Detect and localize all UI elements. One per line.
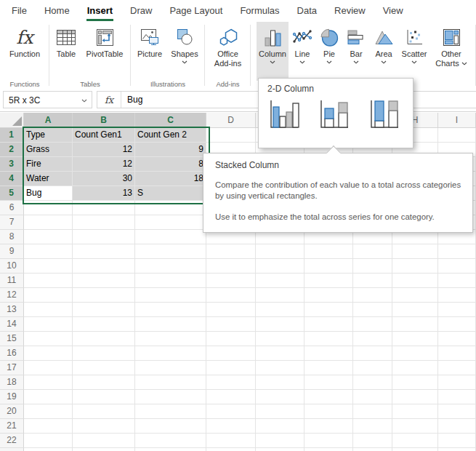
cell-H9[interactable] [392, 244, 438, 259]
tab-home[interactable]: Home [36, 0, 78, 22]
cell-A10[interactable] [24, 259, 73, 274]
cell-C4[interactable]: 18 [135, 172, 206, 186]
cell-A9[interactable] [24, 244, 73, 259]
cell-E15[interactable] [256, 332, 304, 346]
bar-chart-button[interactable]: Bar [342, 22, 370, 78]
cell-G16[interactable] [353, 346, 392, 361]
row-header-23[interactable]: 23 [0, 448, 24, 451]
cell-I14[interactable] [438, 317, 476, 332]
cell-B17[interactable] [73, 361, 135, 375]
cell-I18[interactable] [438, 375, 476, 390]
cell-I15[interactable] [438, 332, 476, 346]
cell-F22[interactable] [304, 434, 353, 448]
cell-H14[interactable] [392, 317, 438, 332]
100-percent-stacked-column-item[interactable] [366, 97, 400, 132]
row-header-14[interactable]: 14 [0, 317, 24, 332]
cell-E21[interactable] [256, 419, 304, 434]
cell-F15[interactable] [304, 332, 353, 346]
cell-D1[interactable] [206, 128, 256, 143]
cell-H15[interactable] [392, 332, 438, 346]
cell-G15[interactable] [353, 332, 392, 346]
cell-G23[interactable] [353, 448, 392, 451]
office-addins-button[interactable]: Office Add-ins [207, 22, 249, 78]
cell-G19[interactable] [353, 390, 392, 404]
cell-C2[interactable]: 9 [135, 143, 206, 157]
cell-I12[interactable] [438, 288, 476, 303]
cell-D14[interactable] [206, 317, 256, 332]
row-header-18[interactable]: 18 [0, 375, 24, 390]
cell-F11[interactable] [304, 274, 353, 288]
cell-A20[interactable] [24, 404, 73, 419]
cell-A19[interactable] [24, 390, 73, 404]
cell-C9[interactable] [135, 244, 206, 259]
cell-B14[interactable] [73, 317, 135, 332]
cell-I21[interactable] [438, 419, 476, 434]
cell-E10[interactable] [256, 259, 304, 274]
cell-B10[interactable] [73, 259, 135, 274]
cell-A12[interactable] [24, 288, 73, 303]
cell-B20[interactable] [73, 404, 135, 419]
cell-A8[interactable] [24, 230, 73, 244]
row-header-10[interactable]: 10 [0, 259, 24, 274]
cell-C1[interactable]: Count Gen 2 [135, 128, 206, 143]
line-chart-button[interactable]: Line [289, 22, 316, 78]
cell-E23[interactable] [256, 448, 304, 451]
cell-G17[interactable] [353, 361, 392, 375]
cell-B6[interactable] [73, 201, 135, 215]
cell-A17[interactable] [24, 361, 73, 375]
cell-A14[interactable] [24, 317, 73, 332]
tab-formulas[interactable]: Formulas [231, 0, 288, 22]
cell-B4[interactable]: 30 [73, 172, 135, 186]
cell-C15[interactable] [135, 332, 206, 346]
cell-C20[interactable] [135, 404, 206, 419]
cell-F10[interactable] [304, 259, 353, 274]
tab-page-layout[interactable]: Page Layout [161, 0, 231, 22]
cell-H20[interactable] [392, 404, 438, 419]
cell-I19[interactable] [438, 390, 476, 404]
row-header-21[interactable]: 21 [0, 419, 24, 434]
cell-B3[interactable]: 12 [73, 157, 135, 172]
cell-D15[interactable] [206, 332, 256, 346]
cell-D12[interactable] [206, 288, 256, 303]
cell-G21[interactable] [353, 419, 392, 434]
cell-A11[interactable] [24, 274, 73, 288]
cell-I16[interactable] [438, 346, 476, 361]
cell-E9[interactable] [256, 244, 304, 259]
cell-B9[interactable] [73, 244, 135, 259]
cell-C18[interactable] [135, 375, 206, 390]
insert-function-button[interactable]: fx [97, 95, 121, 105]
cell-C21[interactable] [135, 419, 206, 434]
cell-I20[interactable] [438, 404, 476, 419]
cell-C6[interactable] [135, 201, 206, 215]
cell-C5[interactable]: S [135, 186, 206, 201]
cell-G11[interactable] [353, 274, 392, 288]
other-charts-button[interactable]: Other Charts [431, 22, 472, 78]
cell-E12[interactable] [256, 288, 304, 303]
cell-H11[interactable] [392, 274, 438, 288]
cell-E11[interactable] [256, 274, 304, 288]
cell-C19[interactable] [135, 390, 206, 404]
cell-I13[interactable] [438, 303, 476, 317]
cell-F23[interactable] [304, 448, 353, 451]
cell-G20[interactable] [353, 404, 392, 419]
row-header-9[interactable]: 9 [0, 244, 24, 259]
cell-D10[interactable] [206, 259, 256, 274]
cell-C12[interactable] [135, 288, 206, 303]
col-header-A[interactable]: A [24, 113, 73, 128]
cell-G18[interactable] [353, 375, 392, 390]
cell-C3[interactable]: 8 [135, 157, 206, 172]
cell-B23[interactable] [73, 448, 135, 451]
cell-A5[interactable]: Bug [24, 186, 73, 201]
cell-G22[interactable] [353, 434, 392, 448]
cell-C13[interactable] [135, 303, 206, 317]
cell-F16[interactable] [304, 346, 353, 361]
cell-H18[interactable] [392, 375, 438, 390]
tab-insert[interactable]: Insert [78, 0, 121, 22]
area-chart-button[interactable]: Area [370, 22, 398, 78]
cell-D22[interactable] [206, 434, 256, 448]
cell-E16[interactable] [256, 346, 304, 361]
cell-B13[interactable] [73, 303, 135, 317]
cell-F12[interactable] [304, 288, 353, 303]
cell-C14[interactable] [135, 317, 206, 332]
cell-H17[interactable] [392, 361, 438, 375]
